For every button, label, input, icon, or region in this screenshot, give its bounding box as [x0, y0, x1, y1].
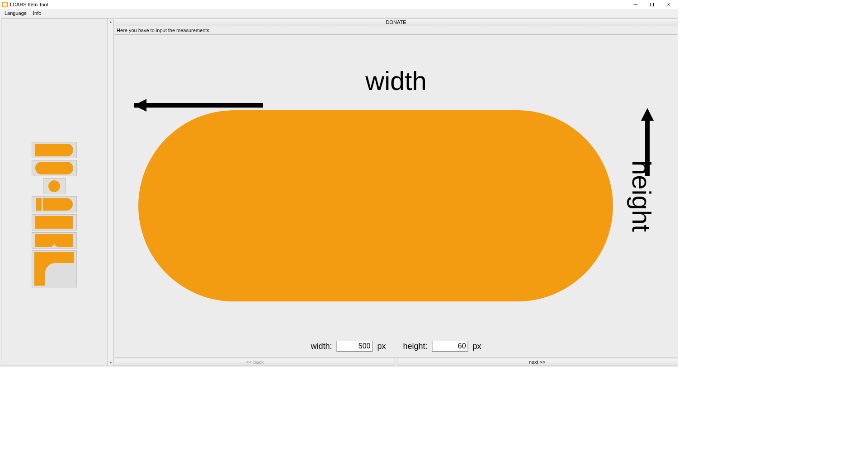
width-input-label: width:: [311, 342, 332, 351]
height-arrow-icon: [641, 108, 654, 176]
canvas-frame: width height width: px h: [115, 34, 677, 357]
app-icon: [2, 1, 8, 8]
sidebar-scrollbar[interactable]: ▴ ▾: [107, 19, 113, 366]
width-unit: px: [377, 342, 386, 351]
shape-split-half-pill[interactable]: [32, 196, 77, 212]
close-button[interactable]: [660, 0, 676, 9]
shape-elbow[interactable]: [32, 250, 77, 287]
menu-info[interactable]: Info: [30, 10, 44, 16]
next-button[interactable]: next >>: [397, 358, 677, 366]
height-unit: px: [473, 342, 481, 351]
shape-sidebar: ▴ ▾: [1, 18, 114, 366]
instruction-text: Here you have to input the measurements: [115, 27, 677, 34]
svg-rect-3: [651, 3, 654, 6]
svg-marker-10: [641, 108, 654, 121]
width-input[interactable]: [336, 341, 373, 352]
menu-language[interactable]: Language: [2, 10, 29, 16]
shape-preview: [138, 110, 613, 301]
width-dimension-label: width: [365, 66, 426, 96]
scroll-down-icon[interactable]: ▾: [108, 359, 113, 366]
svg-rect-1: [3, 3, 7, 7]
width-arrow-icon: [134, 99, 269, 112]
titlebar: LCARS Item Tool: [0, 0, 678, 9]
shape-half-pill[interactable]: [32, 142, 77, 158]
menubar: Language Info: [0, 9, 678, 17]
scroll-up-icon[interactable]: ▴: [108, 19, 113, 25]
shape-notch-rect[interactable]: [32, 232, 77, 249]
maximize-button[interactable]: [644, 0, 660, 9]
minimize-button[interactable]: [627, 0, 644, 9]
measurements-form: width: px height: px: [311, 341, 481, 352]
window-title: LCARS Item Tool: [10, 2, 48, 7]
donate-button[interactable]: DONATE: [115, 18, 677, 26]
shape-full-pill[interactable]: [32, 160, 77, 176]
shape-circle[interactable]: [43, 178, 66, 194]
svg-marker-7: [134, 99, 146, 112]
back-button: << back: [115, 358, 395, 366]
height-input-label: height:: [403, 342, 427, 351]
height-input[interactable]: [432, 341, 468, 352]
shape-rectangle[interactable]: [32, 214, 77, 230]
